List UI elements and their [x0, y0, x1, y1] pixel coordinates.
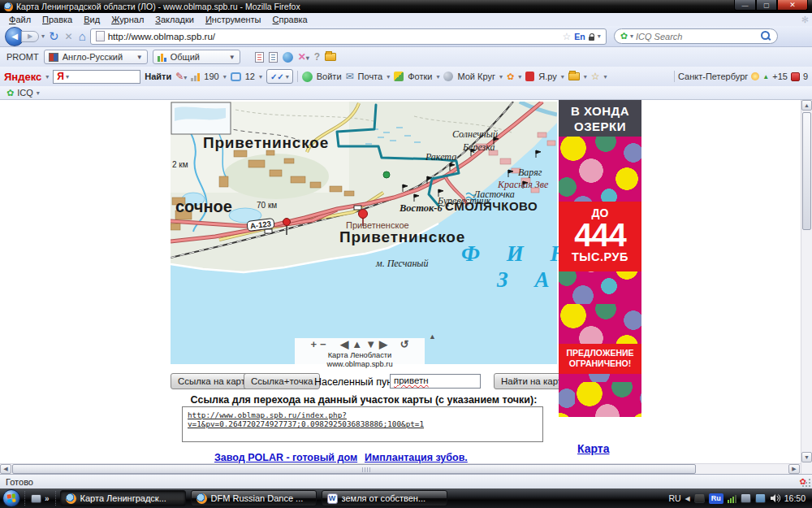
horizontal-scroll-thumb[interactable]	[12, 464, 696, 474]
menu-item-Вид[interactable]: Вид	[78, 15, 106, 24]
search-input[interactable]	[636, 32, 758, 41]
pan-right-button[interactable]: ▶	[378, 338, 389, 350]
rating-value[interactable]: 190	[204, 72, 218, 81]
yandex-find-button[interactable]: Найти	[145, 72, 171, 81]
promt-web-icon[interactable]	[283, 52, 293, 63]
polar-ad-link[interactable]: Завод POLAR - готовый дом	[214, 452, 357, 463]
collapse-triangle-icon[interactable]: ▲	[429, 332, 436, 341]
collections-folder-icon[interactable]	[568, 72, 580, 80]
taskbar-task[interactable]: DFM Russian Dance ...	[191, 490, 317, 506]
address-bar[interactable]: http://www.oblmap.spb.ru/ ☆ En ▾	[90, 28, 607, 45]
translate-selection-icon[interactable]	[269, 52, 278, 63]
scroll-left-icon[interactable]: ◀	[0, 464, 11, 474]
zoom-out-button[interactable]: −	[318, 338, 328, 350]
pencil-icon[interactable]: ✎▾	[175, 71, 187, 82]
search-icon[interactable]	[761, 31, 771, 41]
map-link-point-button[interactable]: Ссылка+точка	[244, 373, 320, 389]
tray-chevron-icon[interactable]: ◀	[685, 495, 690, 502]
messages-bubble-icon[interactable]	[231, 72, 241, 81]
chevron-expand-icon[interactable]: »	[45, 494, 50, 503]
icq-label[interactable]: ICQ	[17, 88, 33, 98]
maximize-button[interactable]: ▢	[756, 0, 777, 11]
translate-page-icon[interactable]	[255, 52, 264, 63]
vertical-scroll-thumb[interactable]	[802, 112, 811, 230]
tray-app-icon[interactable]	[694, 493, 705, 503]
favorites-star-icon[interactable]: ☆	[591, 71, 600, 82]
menu-item-Правка[interactable]: Правка	[37, 15, 78, 24]
chevron-down-icon[interactable]: ▾	[45, 73, 49, 80]
photos-label[interactable]: Фотки	[408, 72, 432, 81]
share-url-box[interactable]: http://www.oblmap.spb.ru/index.php?v=1&p…	[182, 406, 543, 442]
map-canvas[interactable]: Приветнинское 2 км Солнечный Березка Рак…	[171, 102, 557, 364]
spellcheck-button[interactable]: ✓✓▾	[266, 69, 293, 84]
punto-switcher-icon[interactable]: Ru	[709, 493, 723, 504]
history-dropdown-icon[interactable]: ▾	[41, 33, 45, 40]
signal-bars-icon[interactable]	[728, 494, 736, 503]
menu-item-Закладки[interactable]: Закладки	[149, 15, 200, 24]
rating-bars-icon[interactable]	[191, 72, 200, 81]
bookmark-star-icon[interactable]: ☆	[563, 31, 572, 42]
ad-banner[interactable]: В ХОНДАОЗЕРКИ ДО 444 ТЫС.РУБ ПРЕДЛОЖЕНИЕ…	[559, 100, 641, 417]
implant-ad-link[interactable]: Имплантация зубов.	[365, 452, 468, 463]
promt-template-select[interactable]: Общий ▼	[153, 50, 240, 64]
yaru-icon[interactable]	[525, 72, 534, 81]
chevron-down-icon[interactable]: ▾	[66, 73, 69, 80]
home-button[interactable]: ⌂	[77, 29, 88, 43]
login-label[interactable]: Войти	[317, 72, 342, 81]
mail-icon[interactable]: ✉	[346, 71, 354, 82]
url-dropdown-icon[interactable]: ▾	[598, 33, 601, 40]
chevron-down-icon[interactable]: ▾	[37, 89, 40, 97]
scroll-up-icon[interactable]: ▲	[801, 100, 812, 111]
moi-krug-icon[interactable]	[443, 72, 453, 81]
yaru-label[interactable]: Я.ру	[538, 72, 557, 81]
pan-left-button[interactable]: ◀	[339, 338, 350, 350]
search-box[interactable]: ✿ ▾	[614, 28, 778, 44]
url-text[interactable]: http://www.oblmap.spb.ru/	[108, 32, 215, 41]
scroll-right-icon[interactable]: ▶	[788, 464, 800, 474]
forward-button[interactable]: ▶	[21, 31, 39, 42]
counter-icon[interactable]	[791, 72, 800, 81]
language-indicator[interactable]: RU	[668, 493, 680, 503]
promt-folder-icon[interactable]	[325, 53, 336, 61]
speaker-icon[interactable]	[770, 493, 780, 503]
stop-button[interactable]: ✕	[63, 31, 75, 42]
vertical-scrollbar[interactable]: ▲ ▼	[801, 100, 812, 474]
pan-down-button[interactable]: ▼	[364, 338, 378, 350]
yandex-search-input[interactable]: Я ▾	[53, 70, 140, 84]
network-icon[interactable]	[741, 493, 751, 503]
show-desktop-icon[interactable]	[31, 494, 41, 503]
reset-view-button[interactable]: ↺	[399, 338, 411, 350]
promt-tools-icon[interactable]: ✕▾	[298, 51, 309, 63]
map-page-link[interactable]: Карта	[577, 442, 610, 455]
horizontal-scrollbar[interactable]: ◀ ▶	[0, 463, 801, 474]
lang-badge[interactable]: En	[574, 32, 585, 41]
settlement-input[interactable]: приветн	[390, 374, 481, 389]
yandex-brand[interactable]: Яндекс	[4, 71, 41, 83]
taskbar-task[interactable]: земля от собствен...	[322, 490, 447, 506]
menu-item-Журнал[interactable]: Журнал	[106, 15, 149, 24]
photos-icon[interactable]	[394, 72, 404, 81]
weather-temp[interactable]: +15	[772, 72, 788, 81]
promt-direction-select[interactable]: Англо-Русский ▼	[44, 50, 148, 64]
mail-label[interactable]: Почта	[358, 72, 383, 81]
clock[interactable]: 16:50	[784, 493, 806, 503]
pan-up-button[interactable]: ▲	[350, 338, 364, 350]
moi-krug-label[interactable]: Мой Круг	[457, 72, 495, 81]
weather-city[interactable]: Санкт-Петербург	[678, 72, 748, 81]
start-button[interactable]	[2, 489, 20, 507]
services-icon[interactable]: ✿	[507, 72, 514, 82]
minimize-button[interactable]: —	[734, 0, 756, 11]
search-engine-dropdown-icon[interactable]: ▾	[630, 33, 633, 40]
menu-item-Инструменты[interactable]: Инструменты	[200, 15, 267, 24]
icq-status-icon[interactable]: ✿	[800, 477, 806, 486]
close-button[interactable]: ✕	[777, 0, 808, 11]
zoom-in-button[interactable]: +	[309, 338, 318, 350]
messages-count[interactable]: 12	[245, 72, 255, 81]
scroll-down-icon[interactable]: ▼	[801, 452, 812, 462]
help-icon[interactable]: ?	[314, 51, 320, 63]
menu-item-Справка[interactable]: Справка	[267, 15, 313, 24]
gear-icon[interactable]: ✻	[801, 15, 809, 25]
login-icon[interactable]	[302, 72, 313, 82]
reload-button[interactable]: ↻	[47, 29, 61, 44]
network2-icon[interactable]	[755, 493, 766, 503]
